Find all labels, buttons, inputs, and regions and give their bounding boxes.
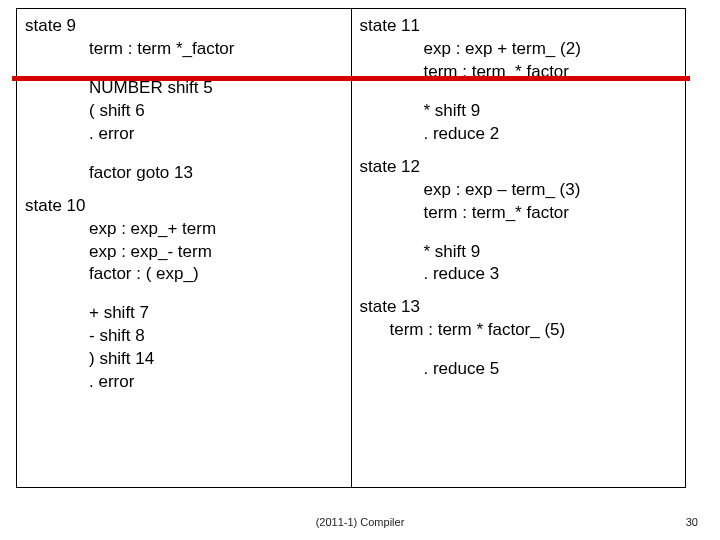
spacer <box>360 225 678 241</box>
state-10-action-2: - shift 8 <box>89 325 343 348</box>
state-10-action-1: + shift 7 <box>89 302 343 325</box>
footer-text: (2011-1) Compiler <box>0 516 720 528</box>
state-10-rule-3: factor : ( exp_) <box>89 263 343 286</box>
state-12-block: state 12 exp : exp – term_ (3) term : te… <box>360 156 678 287</box>
state-10-header: state 10 <box>25 195 343 218</box>
state-13-action-1: . reduce 5 <box>424 358 678 381</box>
state-9-block: state 9 term : term *_factor NUMBER shif… <box>25 15 343 185</box>
state-13-rule-1: term : term * factor_ (5) <box>390 319 678 342</box>
state-11-action-2: . reduce 2 <box>424 123 678 146</box>
state-9-rule: term : term *_factor <box>89 38 343 61</box>
page-number: 30 <box>686 516 698 528</box>
state-11-header: state 11 <box>360 15 678 38</box>
state-9-goto: factor goto 13 <box>89 162 343 185</box>
spacer <box>360 84 678 100</box>
highlight-bar <box>12 76 690 81</box>
state-12-rule-2: term : term_* factor <box>424 202 678 225</box>
spacer <box>360 342 678 358</box>
state-10-rule-2: exp : exp_- term <box>89 241 343 264</box>
state-11-action-1: * shift 9 <box>424 100 678 123</box>
spacer <box>25 61 343 77</box>
state-12-rule-1: exp : exp – term_ (3) <box>424 179 678 202</box>
state-12-action-2: . reduce 3 <box>424 263 678 286</box>
state-9-action-2: ( shift 6 <box>89 100 343 123</box>
state-13-block: state 13 term : term * factor_ (5) . red… <box>360 296 678 381</box>
state-10-action-4: . error <box>89 371 343 394</box>
state-10-block: state 10 exp : exp_+ term exp : exp_- te… <box>25 195 343 395</box>
spacer <box>25 286 343 302</box>
state-12-header: state 12 <box>360 156 678 179</box>
state-11-rule-1: exp : exp + term_ (2) <box>424 38 678 61</box>
state-12-action-1: * shift 9 <box>424 241 678 264</box>
state-9-header: state 9 <box>25 15 343 38</box>
state-9-action-3: . error <box>89 123 343 146</box>
state-10-action-3: ) shift 14 <box>89 348 343 371</box>
spacer <box>25 146 343 162</box>
state-10-rule-1: exp : exp_+ term <box>89 218 343 241</box>
state-13-header: state 13 <box>360 296 678 319</box>
